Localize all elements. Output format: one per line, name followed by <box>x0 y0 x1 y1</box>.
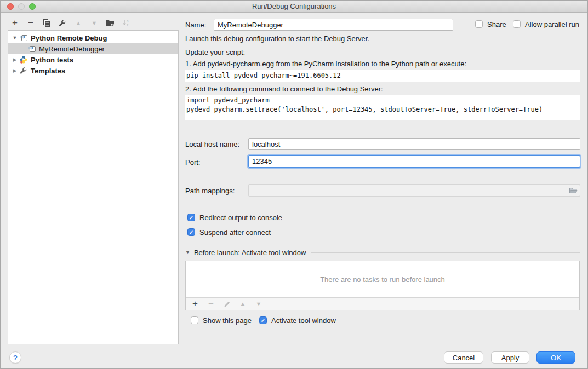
settrace-code: import pydevd_pycharmpydevd_pycharm.sett… <box>185 95 580 120</box>
chevron-right-icon[interactable]: ▶ <box>12 68 18 73</box>
chevron-right-icon[interactable]: ▶ <box>12 57 18 62</box>
move-task-down-icon[interactable]: ▼ <box>254 299 263 308</box>
remove-task-icon[interactable]: − <box>207 299 215 308</box>
show-this-page-checkbox-row[interactable]: Show this page <box>191 316 252 325</box>
add-task-icon[interactable]: + <box>191 299 199 308</box>
move-up-icon[interactable]: ▲ <box>74 19 83 27</box>
tree-item-templates[interactable]: ▶ Templates <box>8 65 178 76</box>
remote-debug-icon <box>27 44 36 53</box>
step2-text: 2. Add the following command to connect … <box>185 85 383 93</box>
tree-item-label: MyRemoteDebugger <box>39 45 105 53</box>
name-label: Name: <box>185 21 206 29</box>
update-script-text: Update your script: <box>185 48 245 56</box>
suspend-after-connect-label: Suspend after connect <box>199 228 271 237</box>
suspend-after-connect-checkbox-row[interactable]: ✓ Suspend after connect <box>187 228 271 237</box>
before-launch-tasks-panel: There are no tasks to run before launch … <box>185 261 580 310</box>
sort-configurations-icon[interactable]: az <box>122 19 130 27</box>
configurations-tree: ▼ Python Remote Debug MyRemoteDebugger ▶… <box>8 30 179 344</box>
window-title: Run/Debug Configurations <box>1 2 587 10</box>
redirect-output-checkbox-row[interactable]: ✓ Redirect output to console <box>187 213 282 222</box>
text-caret <box>272 157 272 165</box>
browse-folder-icon[interactable] <box>569 187 578 196</box>
help-button[interactable]: ? <box>9 351 21 364</box>
show-this-page-checkbox[interactable] <box>191 316 198 324</box>
tree-item-python-tests[interactable]: ▶ Python tests <box>8 54 178 65</box>
path-mappings-input[interactable] <box>248 184 580 197</box>
tasks-toolbar: + − ▲ ▼ <box>186 298 579 310</box>
redirect-output-label: Redirect output to console <box>199 214 282 222</box>
apply-button[interactable]: Apply <box>491 351 529 364</box>
tree-item-label: Templates <box>31 67 65 75</box>
tree-item-python-remote-debug[interactable]: ▼ Python Remote Debug <box>8 32 178 43</box>
run-debug-configurations-dialog: Run/Debug Configurations + − ▲ ▼ az ▼ Py… <box>0 0 588 369</box>
header-divider <box>311 252 580 253</box>
port-input[interactable]: 12345 <box>248 155 580 168</box>
copy-configuration-icon[interactable] <box>42 19 51 27</box>
svg-text:a: a <box>127 19 129 23</box>
share-checkbox-row[interactable]: Share <box>475 20 506 28</box>
configurations-toolbar: + − ▲ ▼ az <box>10 18 130 28</box>
local-host-label: Local host name: <box>185 140 239 148</box>
step1-text: 1. Add pydevd-pycharm.egg from the PyCha… <box>185 60 466 68</box>
intro-text: Launch this debug configuration to start… <box>185 34 369 43</box>
svg-text:z: z <box>127 23 128 27</box>
show-this-page-label: Show this page <box>203 316 252 325</box>
port-label: Port: <box>185 158 200 166</box>
title-bar: Run/Debug Configurations <box>1 1 587 13</box>
tree-item-myremotedebugger[interactable]: MyRemoteDebugger <box>8 43 178 54</box>
local-host-input[interactable] <box>248 138 580 150</box>
activate-tool-window-label: Activate tool window <box>271 316 336 325</box>
cancel-button[interactable]: Cancel <box>444 351 483 364</box>
code-line-1: import pydevd_pycharm <box>186 96 270 104</box>
chevron-down-icon[interactable]: ▼ <box>12 35 18 41</box>
remove-configuration-icon[interactable]: − <box>26 19 35 27</box>
activate-tool-window-checkbox-row[interactable]: ✓ Activate tool window <box>259 316 336 325</box>
path-mappings-label: Path mappings: <box>185 187 235 195</box>
before-launch-title: Before launch: Activate tool window <box>194 249 306 257</box>
edit-task-icon[interactable] <box>222 299 231 308</box>
allow-parallel-run-checkbox[interactable] <box>513 20 521 28</box>
move-down-icon[interactable]: ▼ <box>90 19 99 27</box>
add-configuration-icon[interactable]: + <box>10 19 19 27</box>
port-value: 12345 <box>252 157 272 165</box>
edit-templates-icon[interactable] <box>58 19 67 27</box>
wrench-icon <box>19 66 28 75</box>
python-tests-icon <box>19 55 28 64</box>
before-launch-header[interactable]: ▼ Before launch: Activate tool window <box>185 248 580 257</box>
activate-tool-window-checkbox[interactable]: ✓ <box>259 316 267 324</box>
ok-button[interactable]: OK <box>536 351 575 364</box>
redirect-output-checkbox[interactable]: ✓ <box>187 214 195 221</box>
name-input[interactable] <box>214 19 453 31</box>
chevron-down-icon[interactable]: ▼ <box>185 250 190 255</box>
no-tasks-message: There are no tasks to run before launch <box>186 261 579 298</box>
allow-parallel-run-label: Allow parallel run <box>525 20 579 28</box>
remote-debug-icon <box>19 33 28 42</box>
pip-install-code: pip install pydevd-pycharm~=191.6605.12 <box>185 70 580 82</box>
share-label: Share <box>487 20 506 28</box>
new-folder-icon[interactable] <box>106 19 115 27</box>
allow-parallel-run-checkbox-row[interactable]: Allow parallel run <box>513 20 579 28</box>
suspend-after-connect-checkbox[interactable]: ✓ <box>187 228 195 236</box>
code-line-2: pydevd_pycharm.settrace('localhost', por… <box>186 106 543 113</box>
tree-item-label: Python Remote Debug <box>31 34 107 42</box>
share-checkbox[interactable] <box>475 20 483 28</box>
tree-item-label: Python tests <box>31 56 73 64</box>
move-task-up-icon[interactable]: ▲ <box>238 299 247 308</box>
